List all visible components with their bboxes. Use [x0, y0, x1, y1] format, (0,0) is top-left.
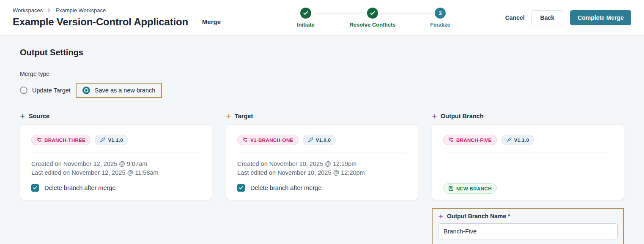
radio-option-update-target[interactable]: Update Target: [20, 87, 71, 94]
step-connector: [381, 13, 432, 14]
checkbox-checked-icon[interactable]: [31, 184, 39, 192]
source-branch-badge: BRANCH-THREE: [31, 135, 90, 145]
source-card-title: Source: [29, 113, 49, 119]
merge-stepper: 3 Initiate Resolve Conflicts Finalize: [296, 6, 452, 30]
breadcrumb-example-workspace[interactable]: Example Workspace: [55, 7, 106, 14]
step-label-resolve-conflicts[interactable]: Resolve Conflicts: [349, 22, 395, 28]
header-actions: Cancel Back Complete Merge: [505, 10, 631, 25]
output-settings-heading: Output Settings: [20, 48, 624, 57]
step-resolve-check-icon: [367, 8, 378, 19]
step-connector: [314, 13, 365, 14]
target-column: Target V1-BRANCH-ONE V1.0.0: [226, 113, 418, 244]
source-delete-branch-label: Delete branch after merge: [44, 184, 115, 191]
source-delete-branch-checkbox-row[interactable]: Delete branch after merge: [31, 184, 201, 192]
branch-cards-grid: Source BRANCH-THREE V1.1.0: [20, 113, 624, 244]
output-branch-name-section: Output Branch Name *: [432, 208, 624, 244]
target-delete-branch-checkbox-row[interactable]: Delete branch after merge: [237, 184, 407, 192]
radio-checked-icon[interactable]: [82, 87, 90, 94]
card-divider: [237, 152, 407, 152]
target-version-badge: V1.0.0: [303, 135, 336, 145]
source-last-edited-date: Last edited on November 12, 2025 @ 11:58…: [31, 168, 201, 177]
radio-option-save-as-new-branch[interactable]: Save as a new branch: [76, 83, 162, 98]
sparkle-icon: [432, 114, 437, 119]
save-icon: [448, 186, 454, 191]
radio-label-update-target: Update Target: [32, 87, 71, 94]
radio-label-save-as-new-branch: Save as a new branch: [95, 87, 155, 94]
output-branch-card: BRANCH-FIVE V1.1.0 NEW BRANCH: [432, 124, 624, 200]
page-title: Example Version-Control Application: [13, 16, 188, 28]
output-branch-badge: BRANCH-FIVE: [443, 135, 497, 145]
main-content: Output Settings Merge type Update Target…: [0, 35, 644, 244]
sparkle-icon: [20, 114, 25, 119]
output-branch-name-label: Output Branch Name *: [447, 213, 510, 220]
target-delete-branch-label: Delete branch after merge: [250, 184, 321, 191]
target-card: V1-BRANCH-ONE V1.0.0 Created on November…: [226, 124, 418, 200]
git-branch-icon: [36, 137, 42, 143]
app-header: Workspaces Example Workspace Example Ver…: [0, 0, 644, 35]
target-card-title: Target: [235, 113, 253, 119]
sparkle-icon: [438, 214, 444, 219]
cancel-button[interactable]: Cancel: [505, 14, 525, 21]
step-finalize-number: 3: [435, 8, 446, 19]
sparkle-icon: [226, 114, 231, 119]
title-divider: [195, 16, 195, 28]
source-version-badge: V1.1.0: [95, 135, 128, 145]
output-branch-card-title: Output Branch: [441, 113, 484, 119]
rocket-icon: [308, 137, 313, 143]
page-subtitle-merge: Merge: [202, 18, 221, 25]
output-branch-column: Output Branch BRANCH-FIVE V1.1.0: [432, 113, 624, 244]
target-created-date: Created on November 10, 2025 @ 12:19pm: [237, 160, 407, 168]
back-button[interactable]: Back: [532, 10, 563, 25]
card-divider: [443, 152, 613, 152]
target-last-edited-date: Last edited on November 10, 2025 @ 12:20…: [237, 168, 407, 177]
breadcrumb-workspaces[interactable]: Workspaces: [13, 7, 43, 14]
target-branch-badge: V1-BRANCH-ONE: [237, 135, 299, 145]
rocket-icon: [506, 137, 512, 143]
rocket-icon: [100, 137, 105, 143]
header-left: Workspaces Example Workspace Example Ver…: [13, 7, 221, 28]
chevron-right-icon: [47, 8, 52, 13]
git-branch-icon: [448, 137, 454, 143]
complete-merge-button[interactable]: Complete Merge: [570, 10, 631, 25]
source-column: Source BRANCH-THREE V1.1.0: [20, 113, 212, 244]
git-branch-icon: [242, 137, 248, 143]
merge-type-radio-group: Update Target Save as a new branch: [20, 83, 624, 98]
checkbox-checked-icon[interactable]: [237, 184, 245, 192]
step-label-finalize[interactable]: Finalize: [430, 22, 450, 28]
breadcrumb: Workspaces Example Workspace: [13, 7, 221, 14]
output-version-badge: V1.1.0: [501, 135, 534, 145]
card-divider: [31, 152, 201, 152]
step-initiate-check-icon: [300, 8, 311, 19]
output-branch-name-input[interactable]: [438, 223, 618, 239]
new-branch-badge: NEW BRANCH: [443, 183, 497, 194]
step-label-initiate[interactable]: Initiate: [297, 22, 315, 28]
radio-unchecked-icon[interactable]: [20, 87, 27, 94]
source-card: BRANCH-THREE V1.1.0 Created on November …: [20, 124, 212, 200]
merge-type-label: Merge type: [20, 70, 624, 77]
source-created-date: Created on November 12, 2025 @ 9:07am: [31, 160, 201, 168]
